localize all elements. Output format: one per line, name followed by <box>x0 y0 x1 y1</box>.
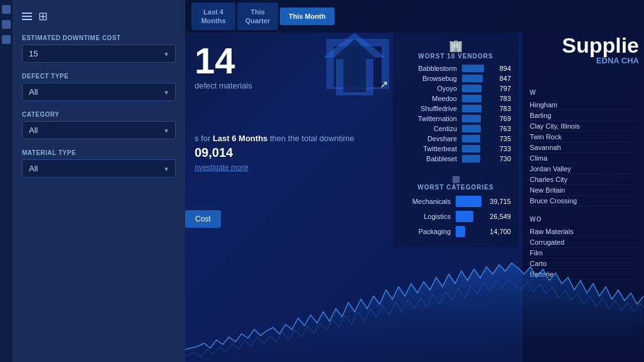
category-bar-3 <box>456 226 465 237</box>
vendor-row-1: Babblestorm 894 <box>400 65 511 72</box>
estimated-downtime-cost-section: ESTIMATED DOWNTIME COST 15 10 20 ▼ <box>22 35 176 63</box>
tab-bar: Last 4Months ThisQuarter This Month <box>185 0 644 33</box>
material-type-select[interactable]: All Raw Materials Corrugated <box>22 159 176 178</box>
cost-button[interactable]: Cost <box>185 210 221 228</box>
insight-link[interactable]: nvestigate more <box>195 163 354 172</box>
edna-title: EDNA CHA <box>562 56 639 65</box>
nav-icon-2[interactable] <box>2 20 11 29</box>
hamburger-icon[interactable] <box>22 13 32 20</box>
estimated-downtime-cost-wrapper[interactable]: 15 10 20 ▼ <box>22 45 176 63</box>
vendor-row-4: Meedoo 783 <box>400 95 511 102</box>
list-item-savannah: Savannah <box>530 142 636 153</box>
nav-icon-1[interactable] <box>2 5 11 14</box>
tab-this-month[interactable]: This Month <box>280 8 335 25</box>
defect-type-label: DEFECT TYPE <box>22 73 176 80</box>
vendor-row-9: Twitterbeat 733 <box>400 145 511 152</box>
right-list-w-title: W <box>530 89 636 96</box>
worst-vendors-panel: 🏢 WORST 10 VENDORS Babblestorm 894 Brows… <box>393 33 518 247</box>
estimated-downtime-cost-select[interactable]: 15 10 20 <box>22 45 176 63</box>
list-item-jordan-valley: Jordan Valley <box>530 164 636 174</box>
main-content: Last 4Months ThisQuarter This Month 14 d… <box>185 0 644 362</box>
supplier-brand: Supplie EDNA CHA <box>557 33 644 67</box>
insight-area: s for Last 6 Months then the total downt… <box>185 132 363 172</box>
insight-amount: 09,014 <box>195 146 354 160</box>
material-type-wrapper[interactable]: All Raw Materials Corrugated ▼ <box>22 159 176 178</box>
categories-title: WORST CATEGORIES <box>400 184 511 191</box>
material-type-section: MATERIAL TYPE All Raw Materials Corrugat… <box>22 149 176 178</box>
right-list-w-section: W Hingham Barling Clay City, Illinois Tw… <box>530 89 636 206</box>
category-row-3: Packaging 14,700 <box>400 226 511 237</box>
sidebar-header: ⊞ <box>22 6 176 23</box>
list-item-clima: Clima <box>530 153 636 164</box>
list-item-clay-city: Clay City, Illinois <box>530 121 636 132</box>
filter-icon: ⊞ <box>38 9 48 23</box>
vendor-row-10: Babbleset 730 <box>400 155 511 162</box>
list-item-barling: Barling <box>530 110 636 121</box>
defect-type-wrapper[interactable]: All Type A Type B ▼ <box>22 83 176 101</box>
category-wrapper[interactable]: All Mechanicals Logistics ▼ <box>22 121 176 139</box>
kpi-area: 14 defect materials <box>195 43 252 90</box>
vendor-row-5: Shuffledrive 783 <box>400 105 511 112</box>
list-item-hingham: Hingham <box>530 100 636 110</box>
worst-categories-subsection: ▦ WORST CATEGORIES Mechanicals 39,715 Lo… <box>400 174 511 237</box>
list-item-raw-materials: Raw Materials <box>530 226 636 237</box>
insight-suffix: then the total downtime <box>270 134 354 143</box>
defect-type-select[interactable]: All Type A Type B <box>22 83 176 101</box>
sidebar: ⊞ ESTIMATED DOWNTIME COST 15 10 20 ▼ DEF… <box>13 0 185 362</box>
vendors-icon: 🏢 <box>400 39 511 53</box>
nav-icon-3[interactable] <box>2 35 11 44</box>
line-chart <box>185 255 643 362</box>
categories-icon: ▦ <box>400 174 511 184</box>
category-label: CATEGORY <box>22 111 176 118</box>
kpi-subtitle: defect materials <box>195 81 252 90</box>
vendor-row-6: Twitternation 769 <box>400 115 511 122</box>
insight-prefix: s for <box>195 134 213 143</box>
list-item-twin-rock: Twin Rock <box>530 132 636 142</box>
insight-period: Last 6 Months <box>213 134 267 143</box>
vendors-title: WORST 10 VENDORS <box>400 53 511 60</box>
list-item-bruce-crossing: Bruce Crossing <box>530 196 636 206</box>
category-bar-1 <box>456 196 481 207</box>
category-bar-2 <box>456 211 473 222</box>
tab-this-quarter[interactable]: ThisQuarter <box>237 3 278 31</box>
defect-type-section: DEFECT TYPE All Type A Type B ▼ <box>22 73 176 101</box>
kpi-number: 14 <box>195 43 252 79</box>
right-list-wo-title: WO <box>530 216 636 223</box>
cost-button-area: Cost <box>185 210 221 228</box>
list-item-corrugated: Corrugated <box>530 237 636 248</box>
list-item-new-britain: New Britain <box>530 185 636 196</box>
category-select[interactable]: All Mechanicals Logistics <box>22 121 176 139</box>
vendor-row-8: Devshare 735 <box>400 135 511 142</box>
material-type-label: MATERIAL TYPE <box>22 149 176 156</box>
vendor-row-7: Centizu 763 <box>400 125 511 132</box>
icon-bar <box>0 0 13 362</box>
vendor-row-2: Browsebug 847 <box>400 75 511 82</box>
list-item-charles-city: Charles City <box>530 174 636 185</box>
category-section: CATEGORY All Mechanicals Logistics ▼ <box>22 111 176 139</box>
flag-svg <box>317 33 392 95</box>
vendor-row-3: Oyoyo 797 <box>400 85 511 92</box>
estimated-downtime-cost-label: ESTIMATED DOWNTIME COST <box>22 35 176 41</box>
supplier-title: Supplie <box>562 35 639 56</box>
category-row-2: Logistics 26,549 <box>400 211 511 222</box>
category-row-1: Mechanicals 39,715 <box>400 196 511 207</box>
tab-last-4-months[interactable]: Last 4Months <box>191 3 235 31</box>
